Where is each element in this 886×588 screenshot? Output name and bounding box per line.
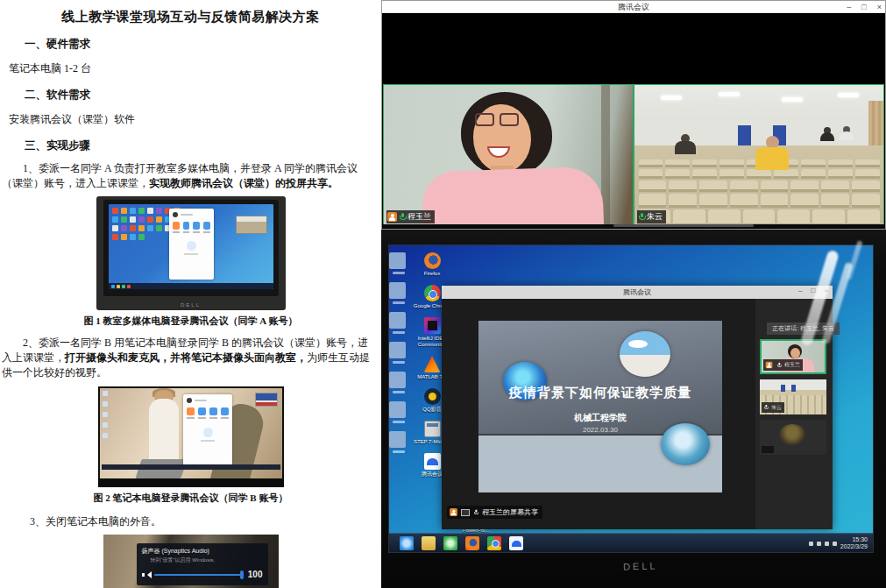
internet-explorer-icon[interactable]	[400, 536, 414, 550]
minimize-button[interactable]: –	[847, 1, 851, 13]
desktop-icon	[130, 234, 136, 240]
maximize-button[interactable]: □	[861, 1, 866, 13]
desktop-icon	[103, 391, 108, 396]
doc-heading-steps: 三、实现步骤	[25, 138, 381, 153]
tray-icon[interactable]	[833, 542, 837, 546]
thumbnail-name: 程玉兰	[784, 361, 800, 369]
desktop-icon	[147, 208, 153, 214]
participant-nametag: 程玉兰	[386, 210, 435, 223]
browser-360-icon[interactable]	[443, 536, 457, 550]
participant-name: 朱云	[647, 211, 663, 223]
monitor-brand: DELL	[96, 302, 286, 308]
window-titlebar[interactable]: 腾讯会议 – □ ×	[382, 1, 885, 13]
student-figure	[840, 126, 854, 140]
mic-icon	[473, 509, 478, 515]
monitor-brand: DELL	[623, 560, 658, 571]
desktop-icon-column-clipped	[389, 252, 408, 453]
desktop-icon	[130, 208, 136, 214]
close-button[interactable]: ×	[877, 1, 882, 13]
meeting-taskbar-icon[interactable]	[509, 536, 523, 550]
windows-taskbar: 15:30 2022/3/29	[389, 533, 873, 552]
audio-hint-label: 转到“设置”以启用 Windows,	[142, 556, 263, 564]
glasses-right	[500, 113, 519, 126]
tencent-meeting-icon	[424, 453, 441, 470]
desktop-icon	[138, 208, 145, 214]
figure2-caption: 图 2 笔记本电脑登录腾讯会议（同学 B 账号）	[0, 492, 381, 505]
intellij-icon	[424, 317, 441, 334]
minimize-button[interactable]: –	[798, 287, 802, 294]
volume-osd: 扬声器 (Synaptics Audio) 转到“设置”以启用 Windows,…	[137, 543, 268, 585]
mic-icon	[763, 405, 768, 411]
desktop-icon	[138, 216, 145, 223]
mic-icon	[776, 362, 781, 368]
avatar-emblem	[779, 424, 805, 445]
figure1-caption: 图 1 教室多媒体电脑登录腾讯会议（同学 A 账号）	[0, 315, 381, 328]
student-yellow-shirt	[755, 136, 789, 170]
desktop-icon-clipped[interactable]	[389, 431, 408, 453]
thumbnail-name	[762, 446, 774, 453]
desktop-icon-firefox[interactable]: Firefox	[412, 252, 452, 277]
slide-subtitle: 机械工程学院	[478, 412, 722, 424]
slide-date: 2022.03.30	[478, 426, 722, 434]
meeting-app-panel	[169, 209, 214, 280]
doc-title: 线上教学课堂现场互动与反馈简易解决方案	[0, 0, 381, 25]
volume-slider-handle[interactable]	[240, 570, 244, 579]
desktop-icon-clipped[interactable]	[389, 282, 408, 304]
share-thumbnail	[255, 393, 278, 407]
mic-on-icon	[638, 213, 645, 222]
screen-share-icon	[461, 509, 470, 516]
figure1-monitor-photo: DELL	[96, 196, 286, 310]
desktop-icon-clipped[interactable]	[389, 401, 408, 423]
figure2-laptop-photo	[98, 386, 284, 487]
chrome-taskbar-icon[interactable]	[487, 536, 501, 550]
desktop-icon-clipped[interactable]	[389, 312, 408, 334]
horizontal-scrollbar[interactable]	[383, 224, 884, 228]
video-pane-zhuyun[interactable]: 朱云	[634, 84, 884, 227]
doc-text-hardware: 笔记本电脑 1-2 台	[9, 61, 381, 76]
desktop-icon	[121, 208, 127, 214]
clock-time: 15:30	[852, 536, 868, 542]
firefox-icon	[424, 252, 441, 269]
classroom-ceiling	[634, 85, 883, 120]
desktop-icon	[121, 234, 127, 240]
desktop-icon	[138, 234, 145, 240]
desktop-icon-clipped[interactable]	[389, 252, 408, 274]
participant-name: 程玉兰	[408, 211, 431, 223]
speaker-muted-icon[interactable]	[142, 571, 150, 578]
glasses-left	[475, 113, 494, 126]
taskbar	[109, 283, 273, 289]
matlab-icon	[424, 356, 441, 372]
tray-icon[interactable]	[809, 542, 813, 546]
meeting-app-panel	[183, 394, 232, 466]
desktop-icon	[103, 412, 108, 417]
system-tray: 15:30 2022/3/29	[809, 536, 868, 550]
window-titlebar[interactable]: 腾讯会议 – □ ×	[442, 286, 833, 299]
desktop-icon-column	[103, 391, 108, 438]
video-pane-chengyulan[interactable]: 程玉兰	[383, 84, 634, 227]
photographed-screen: Firefox Google Chrome IntelliJ IDEA Comm…	[388, 244, 874, 553]
desktop-icon-clipped[interactable]	[389, 342, 408, 364]
desktop-icon	[130, 216, 136, 223]
desktop-icon	[138, 225, 145, 231]
desktop-icon	[103, 433, 108, 438]
window-title: 腾讯会议	[382, 2, 885, 13]
video-thumbnail-zhuyun[interactable]: 朱云	[760, 379, 826, 414]
desktop-icon	[121, 225, 127, 231]
document-page: 线上教学课堂现场互动与反馈简易解决方案 一、硬件需求 笔记本电脑 1-2 台 二…	[0, 0, 381, 588]
volume-slider[interactable]	[154, 574, 244, 576]
explorer-folder-icon[interactable]	[422, 536, 436, 550]
audio-device-label: 扬声器 (Synaptics Audio)	[142, 547, 263, 556]
student-figure	[675, 134, 696, 154]
video-thumbnail-chengyulan[interactable]: 程玉兰	[760, 339, 826, 374]
qqplayer-icon	[424, 388, 441, 405]
tray-icon[interactable]	[817, 542, 821, 546]
desktop-icon	[156, 216, 162, 223]
video-thumbnail-other[interactable]	[760, 420, 826, 455]
firefox-taskbar-icon[interactable]	[465, 536, 479, 550]
participant-nametag: 朱云	[637, 210, 666, 223]
tray-icon[interactable]	[825, 542, 829, 546]
clock-date: 2022/3/29	[840, 543, 868, 549]
desktop-icon-clipped[interactable]	[389, 372, 408, 393]
scrollbar-thumb[interactable]	[613, 224, 754, 227]
classroom-thumbnail	[236, 216, 267, 234]
